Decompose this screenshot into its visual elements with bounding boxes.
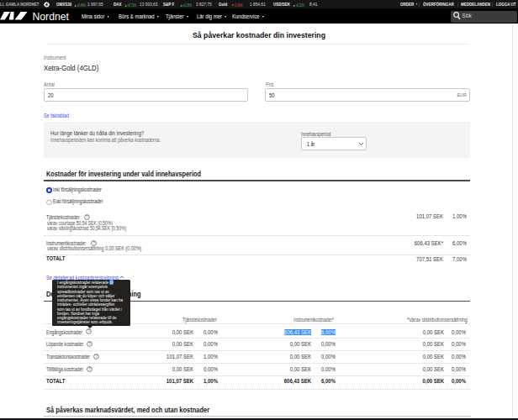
svg-text:?: ? [95, 354, 98, 359]
svg-text:?: ? [88, 342, 91, 346]
svg-text:?: ? [86, 215, 88, 219]
svg-text:?: ? [87, 329, 90, 333]
svg-text:?: ? [88, 367, 91, 371]
svg-text:?: ? [92, 241, 95, 245]
